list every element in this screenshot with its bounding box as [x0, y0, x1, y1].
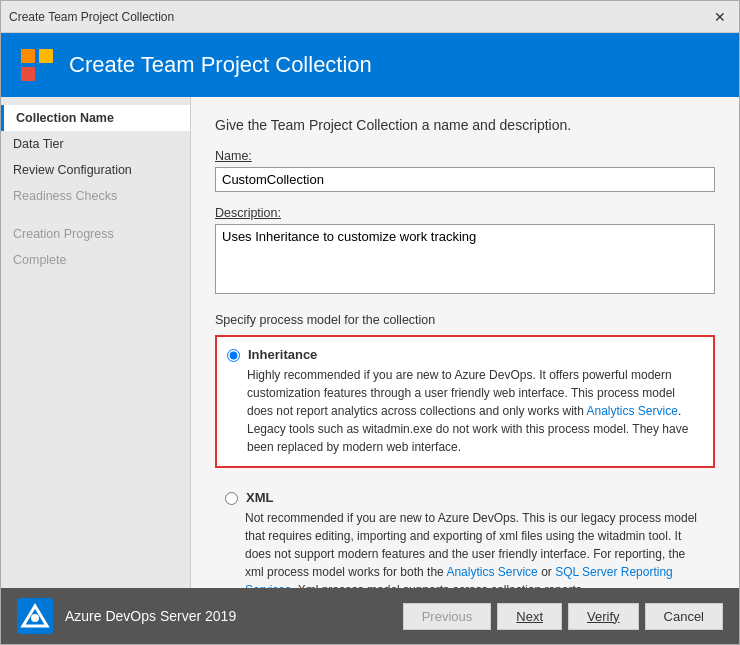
name-input[interactable]	[215, 167, 715, 192]
xml-option: XML Not recommended if you are new to Az…	[215, 480, 715, 588]
main-title: Give the Team Project Collection a name …	[215, 117, 715, 133]
process-model-label: Specify process model for the collection	[215, 313, 715, 327]
sidebar-item-creation-progress: Creation Progress	[1, 221, 190, 247]
cancel-label: Cancel	[664, 609, 704, 624]
name-field-group: Name:	[215, 149, 715, 192]
footer-logo	[17, 598, 53, 634]
inheritance-description: Highly recommended if you are new to Azu…	[247, 366, 703, 456]
previous-button[interactable]: Previous	[403, 603, 492, 630]
sidebar-item-data-tier[interactable]: Data Tier	[1, 131, 190, 157]
xml-description: Not recommended if you are new to Azure …	[245, 509, 705, 588]
process-model-section: Specify process model for the collection…	[215, 313, 715, 588]
next-button[interactable]: Next	[497, 603, 562, 630]
description-input[interactable]: Uses Inheritance to customize work track…	[215, 224, 715, 294]
svg-point-6	[31, 614, 39, 622]
analytics-service-link-2[interactable]: Analytics Service	[446, 565, 537, 579]
footer-buttons: Previous Next Verify Cancel	[403, 603, 723, 630]
sidebar-item-collection-name[interactable]: Collection Name	[1, 105, 190, 131]
next-label: Next	[516, 609, 543, 624]
svg-rect-0	[21, 49, 35, 63]
main-content: Give the Team Project Collection a name …	[191, 97, 739, 588]
xml-radio[interactable]	[225, 492, 238, 505]
footer-app-name: Azure DevOps Server 2019	[65, 608, 236, 624]
sidebar-divider	[1, 209, 190, 221]
footer-left: Azure DevOps Server 2019	[17, 598, 236, 634]
xml-radio-row: XML	[225, 490, 705, 505]
inheritance-radio-row: Inheritance	[227, 347, 703, 362]
sidebar-item-readiness-checks: Readiness Checks	[1, 183, 190, 209]
inheritance-option: Inheritance Highly recommended if you ar…	[215, 335, 715, 468]
sidebar: Collection Name Data Tier Review Configu…	[1, 97, 191, 588]
xml-label: XML	[246, 490, 273, 505]
svg-rect-3	[39, 67, 53, 81]
analytics-service-link-1[interactable]: Analytics Service	[587, 404, 678, 418]
inheritance-label: Inheritance	[248, 347, 317, 362]
verify-button[interactable]: Verify	[568, 603, 639, 630]
verify-label: Verify	[587, 609, 620, 624]
header-icon	[17, 45, 57, 85]
previous-label: Previous	[422, 609, 473, 624]
window: Create Team Project Collection ✕ Create …	[0, 0, 740, 645]
header: Create Team Project Collection	[1, 33, 739, 97]
cancel-button[interactable]: Cancel	[645, 603, 723, 630]
description-field-group: Description: Uses Inheritance to customi…	[215, 206, 715, 297]
sidebar-item-review-configuration[interactable]: Review Configuration	[1, 157, 190, 183]
footer: Azure DevOps Server 2019 Previous Next V…	[1, 588, 739, 644]
svg-rect-1	[39, 49, 53, 63]
content: Collection Name Data Tier Review Configu…	[1, 97, 739, 588]
title-bar: Create Team Project Collection ✕	[1, 1, 739, 33]
title-bar-text: Create Team Project Collection	[9, 10, 174, 24]
inheritance-radio[interactable]	[227, 349, 240, 362]
description-label: Description:	[215, 206, 715, 220]
close-button[interactable]: ✕	[709, 6, 731, 28]
header-title: Create Team Project Collection	[69, 52, 372, 78]
name-label: Name:	[215, 149, 715, 163]
svg-rect-2	[21, 67, 35, 81]
sidebar-item-complete: Complete	[1, 247, 190, 273]
